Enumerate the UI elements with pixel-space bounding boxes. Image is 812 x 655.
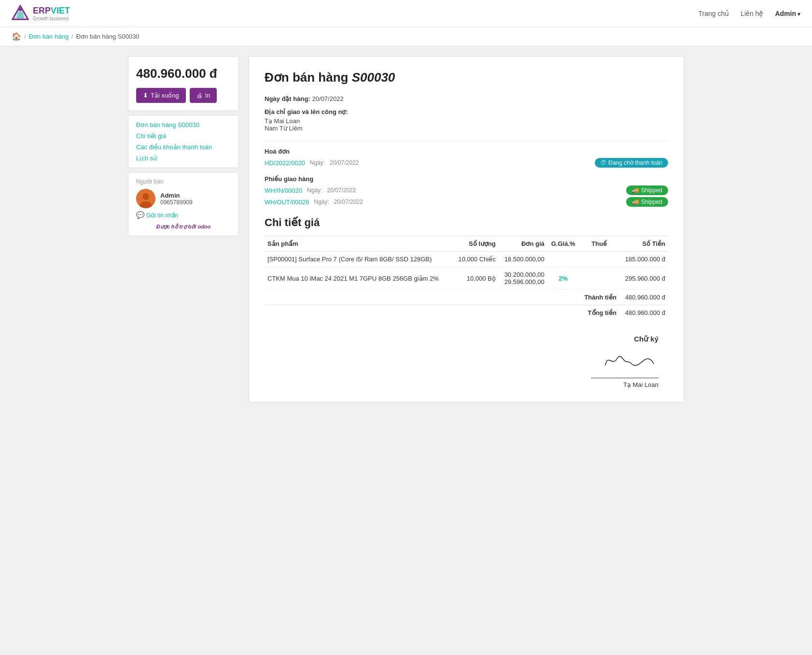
truck-icon2: 🚚 <box>632 199 639 205</box>
address-block: Địa chỉ giao và lên công nợ: Tạ Mai Loan… <box>265 108 668 132</box>
delivery2-date-prefix: Ngày: <box>314 199 329 205</box>
delivery1-code-link[interactable]: WH/IN/00020 <box>265 187 302 194</box>
seller-name: Admin <box>160 192 193 199</box>
print-icon: 🖨 <box>196 92 203 99</box>
col-tax: Thuế <box>579 236 619 252</box>
product2-unit-price: 30.200.000,00 29.596.000,00 <box>499 267 547 290</box>
sidebar-link-order[interactable]: Đơn bán hàng S00030 <box>136 121 231 128</box>
invoice-section: Hoá đơn HD/2022/0020 Ngày: 20/07/2022 ⏱ … <box>265 148 668 168</box>
sidebar-seller-card: Người bán Admin 0965789909 💬 Gửi <box>128 172 239 236</box>
product2-original-price: 30.200.000,00 <box>502 271 545 278</box>
product1-name: [SP00001] Surface Pro 7 (Core i5/ Ram 8G… <box>265 252 453 267</box>
product2-name: CTKM Mua 10 iMac 24 2021 M1 7GPU 8GB 256… <box>265 267 453 290</box>
order-code: S00030 <box>352 70 395 85</box>
odoo-brand: odoo <box>197 224 210 229</box>
print-button[interactable]: 🖨 In <box>190 88 217 103</box>
main-container: 480.960.000 đ ⬇ Tải xuống 🖨 In Đơn bán h… <box>116 46 696 412</box>
col-unit-price: Đơn giá <box>499 236 547 252</box>
download-label: Tải xuống <box>151 92 179 99</box>
delivery2-date: 20/07/2022 <box>334 199 363 205</box>
delivery-section: Phiếu giao hàng WH/IN/00020 Ngày: 20/07/… <box>265 175 668 207</box>
chat-icon: 💬 <box>136 211 146 219</box>
breadcrumb: 🏠 / Đơn bán hàng / Đơn bán hàng S00030 <box>0 27 812 46</box>
logo-area: ERPVIET Growth business <box>12 5 70 22</box>
invoice-section-label: Hoá đơn <box>265 148 668 155</box>
total-label: Tổng tiền <box>579 305 619 321</box>
main-content: Đơn bán hàng S00030 Ngày đặt hàng: 20/07… <box>249 56 684 402</box>
order-date-label: Ngày đặt hàng: <box>265 95 310 102</box>
delivery2-code-link[interactable]: WH/OUT/00026 <box>265 199 309 206</box>
address-label: Địa chỉ giao và lên công nợ: <box>265 108 668 115</box>
delivery1-date: 20/07/2022 <box>327 187 356 194</box>
delivery2-row: WH/OUT/00026 Ngày: 20/07/2022 🚚 Shipped <box>265 197 668 207</box>
sidebar-link-terms[interactable]: Các điều khoản thanh toán <box>136 143 231 151</box>
total-value: 480.960.000 đ <box>619 305 668 321</box>
order-date-value: 20/07/2022 <box>312 95 344 102</box>
address-district: Nam Từ Liêm <box>265 125 668 132</box>
truck-icon1: 🚚 <box>632 187 639 194</box>
price-table: Sản phẩm Số lượng Đơn giá G.Giá.% Thuế S… <box>265 236 668 320</box>
delivery-section-label: Phiếu giao hàng <box>265 175 668 183</box>
signature-line <box>591 378 658 378</box>
download-icon: ⬇ <box>143 92 148 99</box>
sidebar-link-history[interactable]: Lịch sử <box>136 155 231 162</box>
invoice-code-link[interactable]: HD/2022/0020 <box>265 159 305 167</box>
top-navigation: ERPVIET Growth business Trang chủ Liên h… <box>0 0 812 27</box>
order-date-row: Ngày đặt hàng: 20/07/2022 <box>265 95 668 102</box>
product2-quantity: 10,000 Bộ <box>453 267 499 290</box>
col-amount: Số Tiền <box>619 236 668 252</box>
sidebar: 480.960.000 đ ⬇ Tải xuống 🖨 In Đơn bán h… <box>128 56 239 402</box>
signature-image <box>265 348 658 376</box>
delivery1-date-prefix: Ngày: <box>307 187 322 194</box>
order-title-prefix: Đơn bán hàng <box>265 70 352 85</box>
subtotal-value: 480.960.000 đ <box>619 290 668 305</box>
product1-amount: 185.000.000 đ <box>619 252 668 267</box>
invoice-status-badge: ⏱ Đang chờ thanh toán <box>595 158 668 168</box>
table-row: [SP00001] Surface Pro 7 (Core i5/ Ram 8G… <box>265 252 668 267</box>
nav-links: Trang chủ Liên hệ Admin <box>698 10 800 17</box>
breadcrumb-orders-link[interactable]: Đơn bán hàng <box>29 33 69 40</box>
product2-amount: 295.960.000 đ <box>619 267 668 290</box>
svg-point-5 <box>142 193 149 200</box>
total-amount: 480.960.000 đ <box>136 66 231 81</box>
signature-svg <box>601 348 658 372</box>
product1-tax <box>579 252 619 267</box>
send-message-link[interactable]: Gửi tin nhắn <box>146 212 178 219</box>
home-icon[interactable]: 🏠 <box>12 32 21 41</box>
address-name: Tạ Mai Loan <box>265 117 668 125</box>
seller-info: Admin 0965789909 <box>136 189 231 208</box>
product2-actual-price: 29.596.000,00 <box>502 278 545 285</box>
svg-marker-2 <box>16 12 24 18</box>
download-button[interactable]: ⬇ Tải xuống <box>136 88 186 103</box>
invoice-status-text: Đang chờ thanh toán <box>608 159 662 166</box>
svg-point-3 <box>19 8 22 11</box>
delivery1-status-text: Shipped <box>641 187 662 194</box>
subtotal-label: Thành tiền <box>579 290 619 305</box>
print-label: In <box>205 92 210 99</box>
avatar <box>136 189 155 208</box>
invoice-date-prefix: Ngày: <box>310 159 325 166</box>
breadcrumb-sep1: / <box>24 33 26 40</box>
subtotal-row: Thành tiền 480.960.000 đ <box>265 290 668 305</box>
nav-admin-menu[interactable]: Admin <box>775 10 800 17</box>
nav-home-link[interactable]: Trang chủ <box>698 10 729 17</box>
seller-message: 💬 Gửi tin nhắn <box>136 211 231 219</box>
product1-unit-price: 18.500.000,00 <box>499 252 547 267</box>
breadcrumb-sep2: / <box>71 33 73 40</box>
nav-contact-link[interactable]: Liên hệ <box>741 10 763 17</box>
delivery2-status-badge: 🚚 Shipped <box>626 197 668 207</box>
delivery1-status-badge: 🚚 Shipped <box>626 185 668 195</box>
col-discount: G.Giá.% <box>547 236 579 252</box>
signature-name: Tạ Mai Loan <box>265 381 658 388</box>
product2-discount: 2% <box>547 267 579 290</box>
sidebar-link-price[interactable]: Chi tiết giá <box>136 132 231 140</box>
col-quantity: Số lượng <box>453 236 499 252</box>
sidebar-links: Đơn bán hàng S00030 Chi tiết giá Các điề… <box>128 115 239 168</box>
seller-phone: 0965789909 <box>160 199 193 206</box>
invoice-date: 20/07/2022 <box>330 159 359 166</box>
logo-subtitle: Growth business <box>33 16 70 21</box>
logo-viet: VIET <box>51 6 70 15</box>
logo-icon <box>12 5 29 22</box>
sidebar-amount-card: 480.960.000 đ ⬇ Tải xuống 🖨 In <box>128 56 239 111</box>
product2-tax <box>579 267 619 290</box>
